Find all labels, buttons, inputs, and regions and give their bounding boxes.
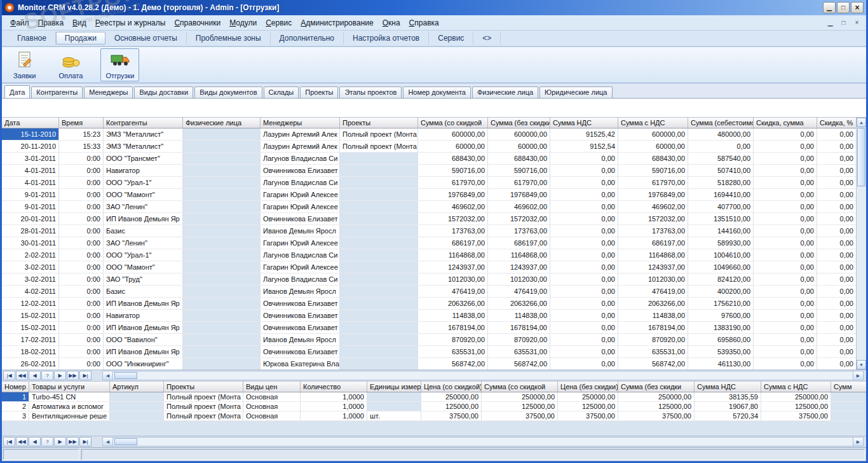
column-header[interactable]: Физические лица [183, 118, 261, 128]
ribbon-tab[interactable]: Продажи [56, 32, 105, 45]
navigator-button[interactable]: ◀ [29, 371, 41, 380]
menu-item[interactable]: Файл [6, 17, 34, 29]
grid-cell[interactable]: Лагунов Владислав Си [261, 273, 340, 285]
grid-cell[interactable]: 507410,00 [688, 165, 754, 176]
shipments-button[interactable]: Отгрузки [100, 48, 139, 81]
grid-cell[interactable]: 0:00 [59, 310, 104, 321]
ribbon-tab[interactable]: Настройка отчетов [344, 32, 429, 45]
grid-cell[interactable]: ООО "Инжиниринг" [104, 358, 183, 370]
grid-cell[interactable]: 0,00 [550, 237, 618, 249]
grid-cell[interactable]: 15-02-2011 [2, 310, 59, 321]
column-header[interactable]: Сумма (себестоимо [688, 118, 754, 128]
grid-cell[interactable]: 3-02-2011 [2, 273, 59, 285]
grid-cell[interactable]: 469602,00 [488, 201, 550, 212]
grid-cell[interactable]: 0,00 [817, 249, 857, 261]
grid-cell[interactable]: ЭМЗ "Металлист" [104, 141, 183, 152]
grid-cell[interactable]: 1012030,00 [618, 273, 688, 285]
grid-cell[interactable]: Юркова Екатерина Вла [261, 358, 340, 370]
grid-cell[interactable]: 0,00 [817, 165, 857, 176]
grid-cell[interactable]: 37500,00 [618, 411, 695, 420]
grid-cell[interactable]: 0:00 [59, 153, 104, 164]
grid-cell[interactable]: 37500,00 [558, 411, 618, 420]
grid-cell[interactable] [183, 310, 261, 321]
grid-cell[interactable]: 0,00 [754, 225, 817, 237]
filter-tab[interactable]: Этапы проектов [339, 86, 402, 98]
grid-cell[interactable]: 539350,00 [688, 346, 754, 357]
grid-cell[interactable]: 0,00 [550, 249, 618, 261]
grid-cell[interactable] [340, 286, 418, 297]
grid-cell[interactable] [831, 411, 866, 420]
grid-cell[interactable]: 0,00 [550, 213, 618, 225]
grid-cell[interactable]: 0,00 [550, 346, 618, 357]
grid-cell[interactable]: 60000,00 [618, 141, 688, 152]
payment-button[interactable]: Оплата [54, 48, 88, 81]
grid-cell[interactable]: 144160,00 [688, 225, 754, 237]
grid-cell[interactable]: 15-11-2010 [2, 128, 59, 140]
grid-cell[interactable]: 114838,00 [488, 310, 550, 321]
grid-cell[interactable]: 37500,00 [421, 411, 482, 420]
grid-cell[interactable] [183, 128, 261, 140]
grid-cell[interactable]: 1243937,00 [618, 261, 688, 273]
grid-cell[interactable]: 250000,00 [482, 392, 558, 401]
filter-tab[interactable]: Склады [264, 86, 299, 98]
grid-cell[interactable]: 4-01-2011 [2, 177, 59, 188]
grid-cell[interactable] [183, 237, 261, 249]
grid-cell[interactable]: Иванов Демьян Яросл [261, 225, 340, 237]
scroll-thumb[interactable] [114, 438, 137, 445]
grid-cell[interactable]: 0:00 [59, 346, 104, 357]
grid-cell[interactable]: 17-02-2011 [2, 334, 59, 345]
grid-cell[interactable]: 1164868,00 [618, 249, 688, 261]
grid-cell[interactable]: 1572032,00 [618, 213, 688, 225]
navigator-button[interactable]: ? [41, 437, 53, 446]
grid-cell[interactable] [183, 189, 261, 200]
mdi-close-icon[interactable]: × [851, 18, 862, 27]
scroll-track[interactable] [113, 438, 853, 446]
grid-cell[interactable]: Гагарин Юрий Алексее [261, 189, 340, 200]
grid-cell[interactable] [340, 153, 418, 164]
filter-tab[interactable]: Номер документа [403, 86, 471, 98]
grid-cell[interactable]: 0:00 [59, 165, 104, 176]
grid-cell[interactable] [183, 177, 261, 188]
grid-cell[interactable]: ООО "Урал-1" [104, 249, 183, 261]
grid-cell[interactable]: 0:00 [59, 201, 104, 212]
grid-cell[interactable]: 30-01-2011 [2, 237, 59, 249]
grid-cell[interactable] [183, 346, 261, 357]
grid-cell[interactable] [183, 141, 261, 152]
grid-cell[interactable]: Вентиляционные реше [29, 411, 110, 420]
grid-cell[interactable]: 0,00 [550, 177, 618, 188]
grid-cell[interactable] [340, 249, 418, 261]
grid-cell[interactable]: Овчинникова Елизавет [261, 310, 340, 321]
navigator-button[interactable]: ◀◀ [16, 437, 28, 446]
grid-cell[interactable]: 15:33 [59, 141, 104, 152]
grid-cell[interactable]: 2063266,00 [618, 298, 688, 309]
grid-cell[interactable]: 0:00 [59, 298, 104, 309]
grid-cell[interactable]: 688430,00 [418, 153, 488, 164]
grid-cell[interactable]: 0,00 [817, 298, 857, 309]
grid-cell[interactable]: 9152,54 [550, 141, 618, 152]
grid-cell[interactable]: 0,00 [817, 237, 857, 249]
menu-item[interactable]: Реестры и журналы [91, 17, 170, 29]
column-header[interactable]: Единицы измер [367, 382, 421, 392]
ribbon-tab[interactable]: Дополнительно [271, 32, 344, 45]
grid-cell[interactable]: 568742,00 [418, 358, 488, 370]
menu-item[interactable]: Правка [34, 17, 69, 29]
grid-cell[interactable]: Основная [243, 392, 301, 401]
grid-cell[interactable]: 1976849,00 [488, 189, 550, 200]
grid-cell[interactable]: 0,00 [550, 334, 618, 345]
grid-cell[interactable]: Лагунов Владислав Си [261, 153, 340, 164]
grid-cell[interactable]: 0:00 [59, 213, 104, 225]
horizontal-scrollbar[interactable]: ◀▶ [102, 437, 864, 446]
navigator-button[interactable]: ? [41, 371, 53, 380]
scroll-up-icon[interactable]: ▲ [857, 118, 866, 127]
grid-cell[interactable]: 1572032,00 [488, 213, 550, 225]
grid-cell[interactable]: 0,00 [754, 141, 817, 152]
navigator-button[interactable]: ▶| [79, 371, 92, 380]
filter-tab[interactable]: Менеджеры [84, 86, 133, 98]
grid-cell[interactable]: 1012030,00 [418, 273, 488, 285]
grid-cell[interactable] [183, 273, 261, 285]
grid-cell[interactable] [340, 177, 418, 188]
grid-cell[interactable]: 12-02-2011 [2, 298, 59, 309]
grid-cell[interactable] [367, 402, 421, 411]
grid-cell[interactable]: 0,00 [817, 346, 857, 357]
column-header[interactable]: Время [59, 118, 104, 128]
